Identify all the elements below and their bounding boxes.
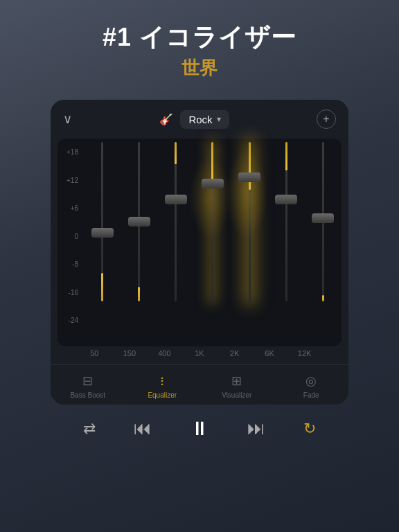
freq-50: 50 [80,349,108,357]
slider-50hz[interactable] [89,142,116,319]
preset-area: 🎸 Rock ▾ [159,110,229,129]
visualizer-icon: ⊞ [231,373,242,389]
player-controls: ⇄ ⏮ ⏸ ⏭ ↻ [51,417,348,440]
y-label-n24: -24 [63,317,78,324]
tab-fade[interactable]: ◎ Fade [274,373,349,399]
tab-bass-boost[interactable]: ⊟ Bass Boost [51,373,125,399]
slider-150hz[interactable] [125,142,153,319]
preset-label: Rock [188,114,212,125]
card-header: ∨ 🎸 Rock ▾ + [51,100,348,139]
freq-1k: 1K [186,349,213,357]
play-pause-button[interactable]: ⏸ [190,417,209,440]
forward-button[interactable]: ⏭ [247,418,265,439]
tab-equalizer-label: Equalizer [148,391,177,399]
preset-selector[interactable]: Rock ▾ [180,110,229,129]
eq-area: +18 +12 +6 0 -8 -16 -24 [57,139,342,346]
loop-button[interactable]: ↻ [303,420,316,438]
y-label-0: 0 [63,233,78,240]
collapse-button[interactable]: ∨ [63,112,72,127]
freq-2k: 2K [221,349,249,357]
freq-6k: 6K [256,349,283,357]
add-preset-button[interactable]: + [317,109,336,129]
slider-6khz[interactable] [272,142,300,319]
y-label-n16: -16 [63,289,78,296]
slider-1khz[interactable] [199,142,227,319]
guitar-icon: 🎸 [159,113,173,126]
bass-boost-icon: ⊟ [82,373,93,389]
shuffle-button[interactable]: ⇄ [83,420,96,438]
equalizer-icon: ⫶ [159,374,165,389]
rewind-button[interactable]: ⏮ [134,418,152,439]
freq-12k: 12K [291,349,319,357]
main-card: ∨ 🎸 Rock ▾ + +18 +12 +6 0 -8 -16 -24 [51,100,348,405]
slider-400hz[interactable] [162,142,190,319]
y-label-12: +12 [63,177,78,184]
y-axis: +18 +12 +6 0 -8 -16 -24 [57,148,84,338]
sliders-container [84,148,342,338]
fade-icon: ◎ [305,373,317,389]
slider-2khz[interactable] [236,142,263,319]
freq-labels: 50 150 400 1K 2K 6K 12K [51,346,348,364]
tab-visualizer[interactable]: ⊞ Visualizer [200,373,274,399]
page-title: #1 イコライザー [103,21,296,55]
freq-400: 400 [150,349,178,357]
y-label-18: +18 [63,148,78,156]
page-subtitle: 世界 [103,56,296,80]
tab-equalizer[interactable]: ⫶ Equalizer [125,374,200,399]
bottom-tabs: ⊟ Bass Boost ⫶ Equalizer ⊞ Visualizer ◎ … [51,364,348,405]
tab-bass-boost-label: Bass Boost [70,391,105,399]
preset-chevron-icon: ▾ [217,114,221,124]
y-label-6: +6 [63,204,78,212]
y-label-n8: -8 [63,260,78,268]
freq-150: 150 [116,349,143,357]
slider-12khz[interactable] [309,142,337,319]
tab-fade-label: Fade [303,391,319,399]
tab-visualizer-label: Visualizer [222,391,251,399]
header-section: #1 イコライザー 世界 [103,21,296,80]
